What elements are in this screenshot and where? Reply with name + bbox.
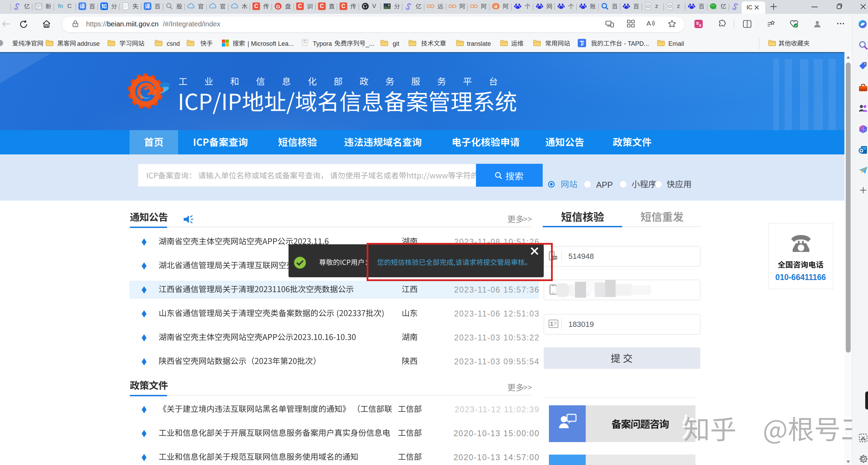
svg-text:fn: fn	[58, 3, 63, 9]
svg-text:A: A	[699, 24, 701, 27]
svg-text:C: C	[298, 3, 302, 9]
svg-text:G: G	[276, 3, 280, 9]
svg-text:C: C	[254, 3, 259, 9]
svg-text:A: A	[646, 20, 651, 27]
svg-text:C: C	[341, 3, 345, 9]
svg-text:C: C	[320, 3, 324, 9]
svg-text:a: a	[494, 3, 497, 9]
